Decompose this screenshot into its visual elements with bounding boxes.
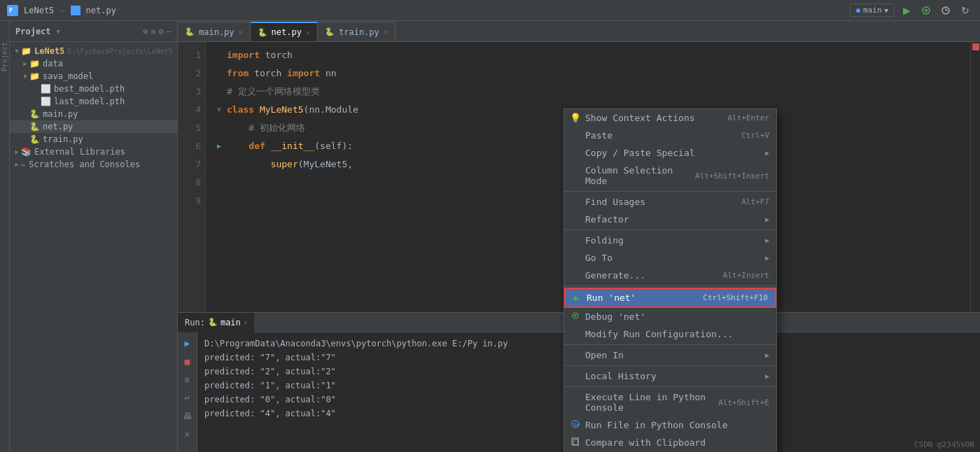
sep5 (564, 365, 776, 366)
menu-show-context-actions-label: Show Context Actions (585, 113, 695, 123)
open-in-arrow: ▶ (765, 351, 769, 359)
menu-run-file-python-label: Run File in Python Console (585, 420, 728, 430)
lastmodel-label: last_model.pth (54, 97, 125, 106)
bt-clear-icon[interactable]: ✕ (180, 426, 195, 442)
line-num-8: 8 (178, 174, 201, 192)
locate-icon[interactable]: ⊕ (143, 27, 148, 36)
main-layout: Project Project ▼ ⊕ ≡ ⚙ — ▼ 📁 LeNet5 E:\… (0, 21, 980, 452)
line-num-2: 2 (178, 64, 201, 83)
menu-open-in[interactable]: Open In ▶ (564, 346, 776, 364)
tree-item-bestmodel[interactable]: ⬜ best_model.pth (10, 83, 177, 95)
titlebar: P LeNet5 – net.py ● main ▼ ▶ ↻ (0, 0, 980, 21)
tab-main-close[interactable]: ✕ (239, 28, 243, 36)
svg-point-4 (925, 9, 927, 12)
tab-bar: 🐍 main.py ✕ 🐍 net.py ✕ 🐍 train.py ✕ (178, 21, 980, 42)
hide-icon[interactable]: — (167, 27, 172, 36)
tree-root[interactable]: ▼ 📁 LeNet5 E:\PycharmProjects\LeNet5 (10, 45, 177, 57)
menu-run-net-label: Run 'net' (587, 292, 636, 303)
menu-copy-paste-special-label: Copy / Paste Special (585, 148, 695, 158)
collapse-icon[interactable]: ≡ (150, 27, 155, 36)
settings-icon[interactable]: ⚙ (159, 27, 164, 36)
run-tab-close[interactable]: ✕ (244, 319, 247, 326)
sidebar-header: Project ▼ ⊕ ≡ ⚙ — (10, 21, 177, 42)
title-filename: net.py (86, 6, 116, 15)
copy-paste-arrow: ▶ (765, 149, 769, 157)
left-vtab: Project (0, 21, 10, 452)
run-tab-config: main (220, 318, 241, 327)
run-button[interactable]: ▶ (899, 3, 914, 18)
menu-modify-run[interactable]: Modify Run Configuration... (564, 325, 776, 343)
menu-paste[interactable]: Paste Ctrl+V (564, 127, 776, 144)
tab-net[interactable]: 🐍 net.py ✕ (251, 22, 318, 41)
menu-refactor[interactable]: Refactor ▶ (564, 211, 776, 228)
menu-show-context-actions-shortcut: Alt+Enter (727, 113, 769, 122)
root-arrow: ▼ (13, 48, 21, 55)
root-path: E:\PycharmProjects\LeNet5 (67, 48, 173, 55)
menu-paste-label: Paste (585, 130, 612, 141)
sep1 (564, 191, 776, 192)
menu-column-selection[interactable]: Column Selection Mode Alt+Shift+Insert (564, 162, 776, 190)
menu-compare-clipboard-label: Compare with Clipboard (585, 437, 706, 448)
bestmodel-icon: ⬜ (41, 84, 51, 94)
line-num-3: 3 (178, 83, 201, 101)
menu-copy-paste-special[interactable]: Copy / Paste Special ▶ (564, 144, 776, 162)
run-net-icon: ▶ (571, 292, 582, 303)
tree-item-data[interactable]: ▶ 📁 data (10, 57, 177, 70)
sep4 (564, 344, 776, 345)
tab-train[interactable]: 🐍 train.py ✕ (318, 22, 396, 41)
menu-compare-clipboard[interactable]: Compare with Clipboard (564, 434, 776, 451)
menu-go-to[interactable]: Go To ▶ (564, 249, 776, 267)
bt-stop-icon[interactable]: ■ (180, 353, 195, 369)
savamodel-arrow: ▼ (21, 73, 29, 80)
run-icon-8[interactable]: ▶ (213, 137, 225, 155)
menu-generate[interactable]: Generate... Alt+Insert (564, 267, 776, 284)
menu-generate-label: Generate... (585, 270, 645, 281)
run-config-btn[interactable]: ● main ▼ (850, 3, 895, 17)
project-vtab-label[interactable]: Project (1, 42, 8, 71)
line-num-6: 6 (178, 137, 201, 155)
menu-execute-line[interactable]: Execute Line in Python Console Alt+Shift… (564, 388, 776, 416)
tab-net-close[interactable]: ✕ (306, 29, 310, 36)
code-line-1: import torch (213, 46, 970, 64)
menu-local-history[interactable]: Local History ▶ (564, 367, 776, 385)
line-num-5: 5 (178, 119, 201, 137)
menu-find-usages-label: Find Usages (585, 197, 645, 207)
bulb-icon: 💡 (570, 113, 581, 123)
tab-main[interactable]: 🐍 main.py ✕ (178, 22, 251, 41)
tree-item-lastmodel[interactable]: ⬜ last_model.pth (10, 95, 177, 108)
tree-item-savamodel[interactable]: ▼ 📁 sava_model (10, 70, 177, 83)
title-sep: – (59, 6, 64, 15)
menu-folding[interactable]: Folding ▶ (564, 232, 776, 249)
tree-item-scratches[interactable]: ▶ ✏ Scratches and Consoles (10, 158, 177, 171)
bt-scroll-icon[interactable]: ≡ (180, 372, 195, 387)
menu-show-context-actions[interactable]: 💡 Show Context Actions Alt+Enter (564, 109, 776, 127)
bt-wrap-icon[interactable]: ↩ (180, 390, 195, 405)
menu-find-usages[interactable]: Find Usages Alt+F7 (564, 193, 776, 211)
run-tab[interactable]: Run: 🐍 main ✕ (178, 313, 254, 332)
tree-item-train[interactable]: 🐍 train.py (10, 133, 177, 146)
menu-debug-net[interactable]: Debug 'net' (564, 308, 776, 325)
tree-item-net[interactable]: 🐍 net.py (10, 120, 177, 133)
tree-item-extlib[interactable]: ▶ 📚 External Libraries (10, 146, 177, 158)
train-label: train.py (43, 134, 83, 144)
goto-arrow: ▶ (765, 254, 769, 262)
menu-find-usages-shortcut: Alt+F7 (741, 197, 769, 206)
right-gutter (970, 42, 980, 312)
menu-execute-line-shortcut: Alt+Shift+E (718, 398, 769, 407)
lastmodel-icon: ⬜ (41, 97, 51, 106)
tab-train-close[interactable]: ✕ (384, 28, 388, 36)
reload-button[interactable]: ↻ (958, 3, 973, 18)
debug-button[interactable] (918, 3, 934, 18)
svg-rect-13 (573, 439, 578, 445)
bt-print-icon[interactable]: 🖶 (180, 408, 195, 423)
tab-net-label: net.py (272, 27, 302, 37)
extlib-icon: 📚 (21, 147, 31, 157)
bt-run-icon[interactable]: ▶ (180, 335, 195, 351)
scratches-label: Scratches and Consoles (29, 160, 140, 169)
tree-item-main[interactable]: 🐍 main.py (10, 108, 177, 120)
fold-icon-6[interactable]: ▼ (213, 101, 225, 119)
menu-run-net[interactable]: ▶ Run 'net' Ctrl+Shift+F10 (564, 288, 776, 308)
line-numbers: 1 2 3 4 5 6 7 8 9 (178, 42, 206, 312)
profile-button[interactable] (938, 3, 953, 18)
menu-run-file-python[interactable]: py Run File in Python Console (564, 416, 776, 434)
